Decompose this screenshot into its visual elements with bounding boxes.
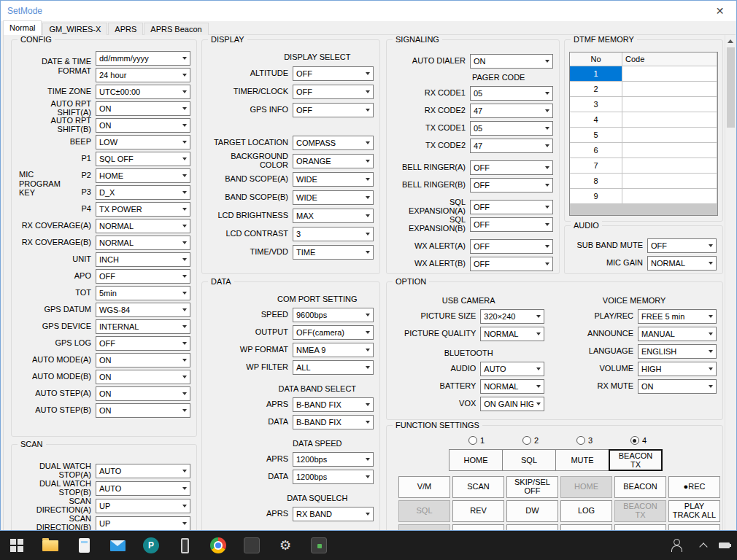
select-volume[interactable]: HIGH bbox=[638, 362, 717, 376]
select-wx-alert-b[interactable]: OFF bbox=[470, 257, 553, 271]
select-sub-band-mute[interactable]: OFF bbox=[647, 238, 717, 253]
select-unit[interactable]: INCH bbox=[96, 252, 190, 267]
assigned-key-home[interactable]: HOME bbox=[449, 449, 503, 471]
select-aprs[interactable]: RX BAND bbox=[293, 507, 374, 521]
select-rx-code1[interactable]: 05 bbox=[470, 86, 553, 101]
select-mic-gain[interactable]: NORMAL bbox=[647, 256, 717, 271]
function-button-mute[interactable]: MUTE bbox=[398, 524, 450, 531]
select-scan-direction-a[interactable]: UP bbox=[96, 499, 190, 513]
select-date-time-format-1[interactable]: 24 hour bbox=[96, 68, 190, 82]
select-rx-coverage-b[interactable]: NORMAL bbox=[96, 236, 190, 250]
function-button-key[interactable]: □□□ bbox=[452, 524, 504, 531]
select-picture-size[interactable]: 320×240 bbox=[480, 309, 544, 324]
code-cell[interactable] bbox=[622, 97, 717, 112]
select-band-scope-a[interactable]: WIDE bbox=[293, 172, 374, 187]
taskbar-white-app-button[interactable] bbox=[67, 531, 101, 560]
taskbar-chrome-button[interactable] bbox=[201, 531, 235, 560]
select-date-time-format-0[interactable]: dd/mmm/yyyy bbox=[96, 51, 190, 66]
row-number-cell[interactable]: 8 bbox=[570, 174, 622, 189]
dtmf-horizontal-scrollbar[interactable] bbox=[570, 204, 717, 215]
close-button[interactable]: ✕ bbox=[703, 1, 736, 21]
assigned-key-mute[interactable]: MUTE bbox=[555, 449, 609, 471]
scroll-up-arrow-icon[interactable] bbox=[725, 35, 736, 47]
code-cell[interactable] bbox=[622, 128, 717, 143]
select-wx-alert-a[interactable]: OFF bbox=[470, 239, 553, 254]
select-aprs[interactable]: 1200bps bbox=[293, 452, 374, 467]
select-data[interactable]: 1200bps bbox=[293, 470, 374, 484]
select-dual-watch-stop-b[interactable]: AUTO bbox=[96, 481, 190, 496]
select-auto-rpt-shift-b[interactable]: ON bbox=[96, 118, 190, 133]
select-battery[interactable]: NORMAL bbox=[480, 379, 544, 394]
people-button[interactable] bbox=[660, 531, 693, 560]
select-bell-ringer-a[interactable]: OFF bbox=[470, 160, 553, 175]
select-beep[interactable]: LOW bbox=[96, 135, 190, 149]
tab-aprs-beacon[interactable]: APRS Beacon bbox=[144, 23, 208, 35]
tab-gm-wires-x[interactable]: GM_WIRES-X bbox=[42, 23, 107, 35]
function-button-log[interactable]: LOG bbox=[560, 500, 612, 522]
select-apo[interactable]: OFF bbox=[96, 269, 190, 284]
function-button-glp[interactable]: GLP bbox=[614, 524, 666, 531]
select-wp-filter[interactable]: ALL bbox=[293, 360, 374, 375]
tray-expand-button[interactable] bbox=[693, 531, 714, 560]
select-auto-mode-a[interactable]: ON bbox=[96, 353, 190, 368]
assigned-key-sql[interactable]: SQL bbox=[502, 449, 556, 471]
select-play-rec[interactable]: FREE 5 min bbox=[638, 309, 717, 324]
select-time-vdd[interactable]: TIME bbox=[293, 245, 374, 260]
code-cell[interactable] bbox=[622, 189, 717, 204]
row-number-cell[interactable]: 5 bbox=[570, 128, 622, 143]
code-cell[interactable] bbox=[622, 174, 717, 189]
function-button-rec[interactable]: ●REC bbox=[668, 476, 720, 498]
select-gps-datum[interactable]: WGS-84 bbox=[96, 303, 190, 317]
select-output[interactable]: OFF(camera) bbox=[293, 325, 374, 340]
select-gps-log[interactable]: OFF bbox=[96, 336, 190, 351]
taskbar-dark-app-button[interactable] bbox=[235, 531, 269, 560]
function-button-v-m[interactable]: V/M bbox=[398, 476, 450, 498]
select-language[interactable]: ENGLISH bbox=[638, 344, 717, 359]
function-button-skip-sel-off[interactable]: SKIP/SEL OFF bbox=[506, 476, 558, 498]
select-rx-coverage-a[interactable]: NORMAL bbox=[96, 219, 190, 233]
code-cell[interactable] bbox=[622, 82, 717, 97]
select-auto-step-a[interactable]: ON bbox=[96, 386, 190, 401]
select-tx-code2[interactable]: 47 bbox=[470, 139, 553, 153]
select-auto-mode-b[interactable]: ON bbox=[96, 370, 190, 384]
select-dual-watch-stop-a[interactable]: AUTO bbox=[96, 464, 190, 478]
function-button-beacon-tx[interactable]: BEACON TX bbox=[614, 500, 666, 522]
taskbar-settings-button[interactable]: ⚙ bbox=[269, 531, 302, 560]
select-auto-dialer[interactable]: ON bbox=[470, 54, 553, 69]
tab-normal[interactable]: Normal bbox=[3, 20, 42, 35]
code-cell[interactable] bbox=[622, 158, 717, 174]
select-data[interactable]: B-BAND FIX bbox=[293, 415, 374, 429]
select-sql-expansion-b[interactable]: OFF bbox=[470, 217, 553, 232]
select-bell-ringer-b[interactable]: OFF bbox=[470, 178, 553, 192]
select-scan-direction-b[interactable]: UP bbox=[96, 516, 190, 531]
taskbar-mail-button[interactable] bbox=[101, 531, 134, 560]
battery-button[interactable] bbox=[714, 531, 734, 560]
row-number-cell[interactable]: 4 bbox=[570, 112, 622, 128]
row-number-cell[interactable]: 2 bbox=[570, 82, 622, 97]
taskbar-media-app-button[interactable] bbox=[302, 531, 336, 560]
select-sql-expansion-a[interactable]: OFF bbox=[470, 200, 553, 214]
code-cell[interactable] bbox=[622, 112, 717, 128]
taskbar-p-app-button[interactable]: P bbox=[134, 531, 168, 560]
select-p1[interactable]: SQL OFF bbox=[96, 152, 190, 166]
function-button-play-track-all[interactable]: PLAY TRACK ALL bbox=[668, 500, 720, 522]
function-button-dw[interactable]: DW bbox=[506, 500, 558, 522]
select-time-zone[interactable]: UTC±00:00 bbox=[96, 85, 190, 99]
select-vox[interactable]: ON GAIN HIGH bbox=[480, 397, 544, 411]
select-audio[interactable]: AUTO bbox=[480, 362, 544, 376]
select-picture-quality[interactable]: NORMAL bbox=[480, 327, 544, 341]
select-lcd-contrast[interactable]: 3 bbox=[293, 227, 374, 241]
tab-aprs[interactable]: APRS bbox=[108, 23, 143, 35]
select-band-scope-b[interactable]: WIDE bbox=[293, 190, 374, 205]
function-set-radio-4[interactable]: 4 bbox=[611, 436, 665, 445]
select-wp-format[interactable]: NMEA 9 bbox=[293, 343, 374, 357]
select-auto-rpt-shift-a[interactable]: ON bbox=[96, 101, 190, 116]
scrollbar-thumb[interactable] bbox=[727, 47, 735, 128]
row-number-cell[interactable]: 3 bbox=[570, 97, 622, 112]
code-cell[interactable] bbox=[622, 143, 717, 158]
function-set-radio-1[interactable]: 1 bbox=[449, 436, 503, 445]
select-target-location[interactable]: COMPASS bbox=[293, 136, 374, 150]
select-background-color[interactable]: ORANGE bbox=[293, 154, 374, 168]
select-p3[interactable]: D_X bbox=[96, 185, 190, 200]
select-timer-clock[interactable]: OFF bbox=[293, 85, 374, 99]
